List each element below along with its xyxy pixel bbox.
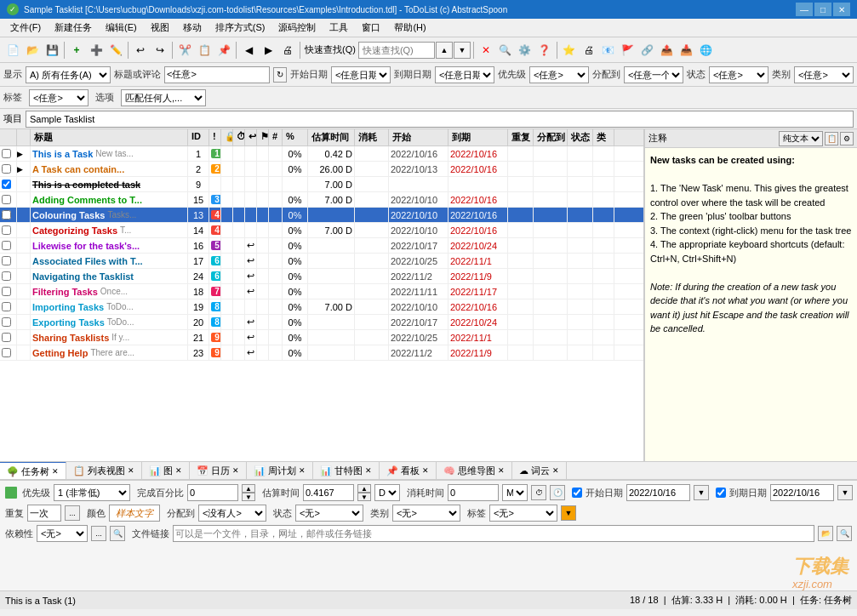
tab-calendar[interactable]: 📅 日历 ✕ [190, 461, 247, 480]
minimize-button[interactable]: — [796, 3, 813, 16]
tb-left[interactable]: ◀ [239, 41, 258, 60]
task-row[interactable]: Exporting Tasks ToDo... 20 8 ↩ 0% 2022/1… [0, 315, 643, 330]
task-row[interactable]: Associated Files with T... 17 6 ↩ 0% 202… [0, 254, 643, 269]
est-unit-select[interactable]: D [374, 484, 400, 501]
task-row[interactable]: ▶ This is a Task New tas... 1 1 0% 0.42 … [0, 146, 643, 162]
task-checkbox[interactable] [2, 149, 11, 158]
task-tree[interactable]: 标题 ID ! 🔒 ⏱ ↩ ⚑ # % 估算时间 消耗 开始 到期 重复 分配到… [0, 129, 644, 461]
task-row[interactable]: Likewise for the task's... 16 5 ↩ 0% 202… [0, 238, 643, 254]
menu-help[interactable]: 帮助(H) [387, 19, 432, 37]
tab-task-tree[interactable]: 🌳 任务树 ✕ [0, 461, 66, 480]
tb-add1[interactable]: + [67, 41, 86, 60]
tb-edit[interactable]: ✏️ [106, 41, 125, 60]
start-checkbox[interactable] [572, 488, 582, 498]
due-calendar-btn[interactable]: ▼ [837, 485, 853, 500]
menu-tools[interactable]: 工具 [323, 19, 355, 37]
task-checkbox[interactable] [2, 333, 11, 342]
tb-link[interactable]: 🔗 [638, 41, 657, 60]
tab-week-close[interactable]: ✕ [299, 466, 306, 475]
tb-printer2[interactable]: 🖨 [580, 41, 598, 60]
menu-source[interactable]: 源码控制 [271, 19, 323, 37]
maximize-button[interactable]: □ [814, 3, 831, 16]
filelink-input[interactable] [173, 525, 814, 542]
tb-paste[interactable]: 📌 [214, 41, 233, 60]
tb-flag[interactable]: 🚩 [619, 41, 637, 60]
tb-print[interactable]: 🖨 [278, 41, 297, 60]
tab-list-view[interactable]: 📋 列表视图 ✕ [66, 461, 142, 480]
tab-chart[interactable]: 📊 图 ✕ [142, 461, 190, 480]
due-input[interactable] [770, 484, 834, 501]
menu-edit[interactable]: 编辑(E) [99, 19, 144, 37]
tab-chart-close[interactable]: ✕ [175, 466, 182, 475]
est-input[interactable] [303, 484, 354, 501]
recur-input[interactable] [27, 505, 61, 522]
task-checkbox[interactable] [2, 287, 11, 296]
close-button[interactable]: ✕ [833, 3, 850, 16]
pct-down[interactable]: ▼ [242, 493, 255, 501]
tb-add2[interactable]: ➕ [87, 41, 106, 60]
task-checkbox[interactable] [2, 302, 11, 311]
task-checkbox[interactable] [2, 225, 11, 235]
tb-search2[interactable]: 🔍 [496, 41, 515, 60]
start-input[interactable] [626, 484, 690, 501]
menu-view[interactable]: 视图 [144, 19, 176, 37]
task-checkbox[interactable] [2, 348, 11, 357]
tb-export[interactable]: 📤 [658, 41, 677, 60]
tb-star[interactable]: ⭐ [560, 41, 579, 60]
task-row[interactable]: Filtering Tasks Once... 18 7 ↩ 0% 2022/1… [0, 284, 643, 299]
timer-btn[interactable]: ⏱ [531, 485, 546, 500]
start-date-select[interactable]: <任意日期> [331, 66, 391, 83]
depend-btn[interactable]: ... [91, 526, 106, 541]
task-row[interactable]: Sharing Tasklists If y... 21 9 ↩ 0% 2022… [0, 330, 643, 345]
tb-email[interactable]: 📧 [599, 41, 618, 60]
tb-save[interactable]: 💾 [43, 41, 61, 60]
spent-unit-select[interactable]: M [502, 484, 528, 501]
task-row[interactable]: Colouring Tasks Tasks... 13 4 0% 2022/10… [0, 208, 643, 223]
start-calendar-btn[interactable]: ▼ [694, 485, 709, 500]
assigned-select[interactable]: <任意一个> [624, 66, 683, 83]
task-row[interactable]: Adding Comments to T... 15 3 0% 7.00 D 2… [0, 192, 643, 208]
filelink-search-btn[interactable]: 🔍 [837, 526, 852, 541]
task-checkbox[interactable] [2, 271, 11, 281]
tab-kanban[interactable]: 📌 看板 ✕ [380, 461, 437, 480]
tag-color-btn[interactable]: ▼ [561, 505, 576, 521]
due-checkbox[interactable] [716, 488, 726, 498]
tb-globe[interactable]: 🌐 [697, 41, 716, 60]
tag-select[interactable]: <任意> [29, 89, 89, 106]
notes-copy-btn[interactable]: 📋 [825, 132, 838, 145]
category-select-prop[interactable]: <无> [392, 505, 460, 522]
tb-right[interactable]: ▶ [259, 41, 277, 60]
depend-search-btn[interactable]: 🔍 [110, 526, 125, 541]
recur-settings-btn[interactable]: ... [65, 505, 80, 521]
tab-gantt-close[interactable]: ✕ [365, 466, 372, 475]
pct-up[interactable]: ▲ [242, 484, 255, 493]
tab-cal-close[interactable]: ✕ [232, 466, 239, 475]
task-row[interactable]: Importing Tasks ToDo... 19 8 0% 7.00 D 2… [0, 299, 643, 315]
depend-select[interactable]: <无> [37, 525, 88, 542]
title-comment-input[interactable] [164, 66, 270, 83]
task-row[interactable]: This is a completed task 9 7.00 D [0, 177, 643, 192]
tb-import[interactable]: 📥 [677, 41, 696, 60]
task-checkbox[interactable] [2, 180, 11, 189]
show-select[interactable]: A) 所有任务(A) [26, 66, 111, 83]
refresh-icon[interactable]: ↻ [273, 67, 287, 83]
task-row[interactable]: Navigating the Tasklist 24 6 ↩ 0% 2022/1… [0, 269, 643, 284]
search-input[interactable] [358, 42, 435, 59]
task-checkbox[interactable] [2, 256, 11, 265]
status-select-prop[interactable]: <无> [295, 505, 363, 522]
tb-new[interactable]: 📄 [3, 41, 22, 60]
task-row[interactable]: ▶ A Task can contain... 2 2 0% 26.00 D 2… [0, 162, 643, 177]
task-checkbox[interactable] [2, 164, 11, 174]
assign-select[interactable]: <没有人> [198, 505, 266, 522]
menu-sort[interactable]: 排序方式(S) [209, 19, 272, 37]
task-checkbox[interactable] [2, 317, 11, 327]
task-checkbox[interactable] [2, 195, 11, 204]
tb-undo[interactable]: ↩ [131, 41, 150, 60]
tab-gantt[interactable]: 📊 甘特图 ✕ [313, 461, 380, 480]
option-select[interactable]: 匹配任何人,... [121, 89, 206, 106]
status-select[interactable]: <任意> [709, 66, 768, 83]
tab-wordcloud[interactable]: ☁ 词云 ✕ [512, 461, 567, 480]
tb-delete[interactable]: ✕ [477, 41, 495, 60]
tag-select-prop[interactable]: <无> [489, 505, 557, 522]
tab-kanban-close[interactable]: ✕ [422, 466, 429, 475]
